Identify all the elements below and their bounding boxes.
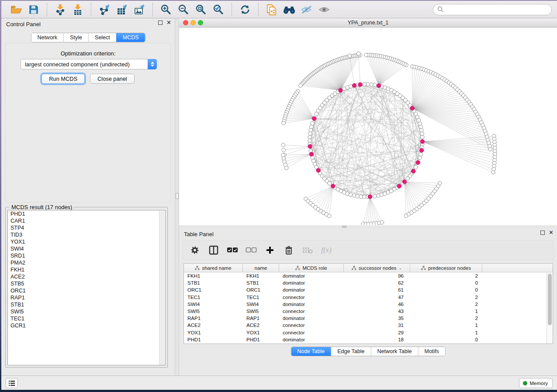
network-node[interactable]	[420, 132, 424, 136]
network-leaf-node[interactable]	[284, 166, 288, 170]
table-settings-button[interactable]	[189, 244, 201, 256]
network-leaf-node[interactable]	[364, 53, 368, 57]
network-window-titlebar[interactable]: YPA_prune.txt_1	[179, 18, 557, 28]
maximize-window-traffic-light[interactable]	[198, 20, 203, 25]
network-node[interactable]	[420, 128, 424, 132]
table-row[interactable]: ORC1ORC1dominator610	[184, 286, 553, 293]
optimization-criterion-select[interactable]: largest connected component (undirected)	[21, 59, 157, 69]
mcds-result-item[interactable]: CAR1	[8, 217, 165, 224]
column-selector-button[interactable]	[208, 244, 219, 256]
network-node[interactable]	[310, 125, 314, 129]
close-panel-icon[interactable]: ✕	[166, 21, 171, 25]
mcds-dominator-node[interactable]	[416, 161, 420, 165]
import-table-button[interactable]	[69, 3, 86, 17]
tab-node-table[interactable]: Node Table	[291, 347, 331, 356]
column-header-MCDS-role[interactable]: MCDS role	[279, 264, 344, 272]
table-row[interactable]: SWI5SWI5connector431	[184, 308, 553, 315]
mcds-result-item[interactable]: STB5	[8, 280, 165, 287]
mcds-dominator-node[interactable]	[358, 83, 362, 86]
mcds-result-list[interactable]: PHD1CAR1STP4TID3YOX1SWI4SRD1PMA2FKH1ACE2…	[7, 210, 166, 365]
save-session-button[interactable]	[25, 3, 42, 17]
mcds-result-item[interactable]: RAP1	[8, 294, 165, 301]
mcds-result-item[interactable]: TEC1	[8, 315, 165, 322]
add-column-button[interactable]	[264, 244, 276, 256]
network-leaf-node[interactable]	[488, 148, 492, 151]
network-node[interactable]	[308, 135, 312, 139]
mcds-dominator-node[interactable]	[312, 117, 316, 120]
column-header-shared-name[interactable]: shared name	[184, 264, 243, 272]
network-node[interactable]	[376, 194, 380, 198]
search-input[interactable]	[444, 7, 544, 13]
network-leaf-node[interactable]	[380, 220, 384, 224]
network-node[interactable]	[349, 193, 353, 197]
horizontal-splitter[interactable]	[179, 225, 557, 228]
network-leaf-node[interactable]	[299, 84, 303, 88]
mcds-result-item[interactable]: GCR1	[8, 322, 165, 329]
mcds-result-item[interactable]: PHD1	[8, 210, 165, 217]
zoom-in-button[interactable]	[157, 3, 175, 17]
mcds-dominator-node[interactable]	[339, 88, 343, 92]
table-row[interactable]: PHD1PHD1dominator180	[184, 336, 553, 343]
tab-network-table[interactable]: Network Table	[371, 347, 418, 356]
refresh-view-button[interactable]	[236, 3, 254, 17]
tab-motifs[interactable]: Motifs	[418, 347, 445, 356]
open-file-button[interactable]	[7, 3, 25, 17]
table-row[interactable]: YOX1YOX1connector291	[184, 329, 553, 336]
network-node[interactable]	[373, 83, 377, 87]
mcds-result-item[interactable]: STB1	[8, 301, 165, 308]
mcds-dominator-node[interactable]	[309, 152, 313, 156]
network-node[interactable]	[373, 194, 377, 198]
network-node[interactable]	[356, 194, 360, 198]
mcds-dominator-node[interactable]	[410, 106, 414, 110]
network-node[interactable]	[308, 139, 312, 143]
network-leaf-node[interactable]	[356, 52, 360, 55]
export-table-button[interactable]	[113, 3, 131, 17]
network-node[interactable]	[366, 83, 370, 86]
network-node[interactable]	[370, 83, 374, 86]
splitter-handle[interactable]	[176, 193, 179, 199]
run-mcds-button[interactable]: Run MCDS	[42, 74, 85, 84]
network-leaf-node[interactable]	[438, 181, 442, 185]
close-window-traffic-light[interactable]	[183, 20, 188, 25]
float-panel-icon[interactable]	[158, 21, 163, 25]
first-neighbors-button[interactable]	[280, 3, 298, 17]
mcds-result-item[interactable]: ACE2	[8, 273, 165, 280]
network-node[interactable]	[309, 128, 313, 132]
network-leaf-node[interactable]	[282, 121, 286, 125]
tab-select[interactable]: Select	[88, 33, 116, 42]
mcds-dominator-node[interactable]	[352, 83, 356, 87]
mcds-dominator-node[interactable]	[316, 168, 320, 172]
network-node[interactable]	[315, 112, 318, 116]
zoom-fit-button[interactable]	[192, 3, 210, 17]
table-row[interactable]: FKH1FKH1dominator962	[184, 272, 553, 279]
tab-style[interactable]: Style	[63, 33, 88, 42]
mcds-result-item[interactable]: STP4	[8, 224, 165, 231]
table-row[interactable]: ACE2ACE2connector311	[184, 322, 553, 329]
deselect-all-button[interactable]	[246, 244, 257, 256]
table-row[interactable]: SWI4SWI4dominator462	[184, 301, 553, 308]
network-node[interactable]	[328, 182, 332, 186]
network-node[interactable]	[359, 195, 363, 199]
network-canvas[interactable]	[179, 28, 557, 225]
network-leaf-node[interactable]	[491, 170, 495, 174]
mcds-result-item[interactable]: SWI4	[8, 245, 165, 252]
export-image-button[interactable]	[131, 3, 148, 17]
close-panel-icon[interactable]: ✕	[549, 230, 554, 235]
hide-selected-button[interactable]	[298, 3, 315, 17]
minimize-window-traffic-light[interactable]	[190, 20, 196, 25]
mcds-dominator-node[interactable]	[331, 184, 335, 188]
select-all-button[interactable]	[227, 244, 238, 256]
splitter-handle[interactable]	[342, 226, 346, 228]
mcds-dominator-node[interactable]	[377, 84, 381, 88]
status-menu-button[interactable]	[6, 378, 18, 388]
delete-column-button[interactable]	[283, 244, 294, 256]
table-row[interactable]: STB1STB1dominator620	[184, 279, 553, 286]
network-leaf-node[interactable]	[281, 143, 285, 147]
mcds-dominator-node[interactable]	[308, 144, 312, 148]
mcds-dominator-node[interactable]	[397, 184, 401, 188]
mcds-result-item[interactable]: YOX1	[8, 238, 165, 245]
table-row[interactable]: RAP1RAP1dominator352	[184, 315, 553, 322]
network-node[interactable]	[363, 195, 367, 199]
tab-network[interactable]: Network	[31, 33, 63, 42]
mcds-list-scrollbar[interactable]	[159, 211, 165, 365]
